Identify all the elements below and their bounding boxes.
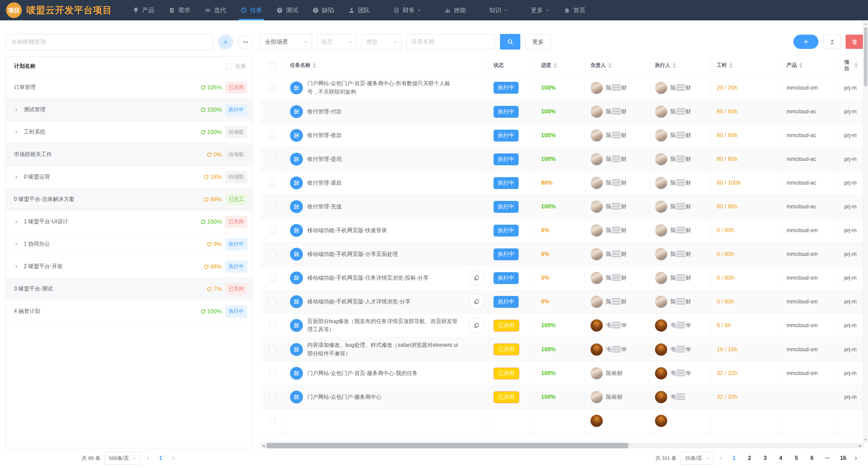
export-button[interactable] [823,35,841,49]
nav-item-performance[interactable]: 效能 [437,0,473,20]
task-row[interactable]: 门户网站-众包门户-首页-服务商中心-所有数据只关联个人账号，不关联组织架构 执… [261,76,863,100]
expand-chevron-icon[interactable] [14,220,18,224]
sort-icon[interactable] [608,63,612,68]
plan-row[interactable]: 2 唛盟平台-开发 68% 执行中 [6,256,253,278]
scroll-right-icon[interactable]: ▸ [857,443,863,448]
task-row[interactable]: 内容添加修改、bug处理、样式修改（safari浏览器对element ui部分… [261,338,863,362]
prev-page-icon[interactable]: ‹ [718,454,724,462]
next-page-icon[interactable]: › [853,454,859,462]
plan-row[interactable]: 1 唛盟平台-UI设计 100% 已关闭 [6,211,253,233]
task-row[interactable]: 移动端功能-手机网页版-任务详情页浏览-投标-分享 执行中 0% 陈财 [261,266,863,290]
nav-item-finance[interactable]: 财务 [386,0,428,20]
sort-icon[interactable] [313,63,316,68]
status-select[interactable]: 状态 [317,34,357,50]
row-checkbox[interactable] [269,275,275,281]
sort-icon[interactable] [799,63,803,68]
col-product[interactable]: 产品 [781,55,838,76]
plan-row[interactable]: 工时系统 100% 待领取 [6,121,253,144]
col-task-name[interactable]: 任务名称 [284,55,488,76]
copy-task-button[interactable] [469,294,484,310]
task-row[interactable]: 门户网站-众包门户-首页-服务商中心-我的任务 已关闭 100% 陈裕财 [261,362,863,386]
nav-item-requirements[interactable]: 需求 [161,0,197,20]
col-hours[interactable]: 工时 [711,55,781,76]
expand-chevron-icon[interactable] [14,175,18,179]
col-progress[interactable]: 进度 [535,55,585,76]
task-row[interactable]: 收付管理-提现 执行中 100% 陈财 [261,148,863,171]
nav-item-defects[interactable]: ? 缺陷 [305,0,341,20]
nav-item-knowledge[interactable]: 知识 [482,0,515,20]
task-row[interactable]: 移动端功能-手机网页版-分享页面处理 执行中 0% 陈财 [261,243,863,266]
sort-icon[interactable] [854,63,858,68]
nav-item-home[interactable]: 首页 [557,0,593,20]
batch-toggle[interactable]: 批量 [226,63,246,70]
horizontal-scrollbar[interactable]: ◂ ▸ [261,443,863,448]
nav-item-product[interactable]: 产品 [126,0,161,20]
sort-icon[interactable] [729,63,733,68]
task-name-input[interactable] [406,34,495,50]
scene-select[interactable]: 全部场景 [261,34,312,50]
plan-row[interactable]: 订单管理 105% 已关闭 [6,76,253,99]
row-checkbox[interactable] [269,109,275,115]
nav-item-tasks[interactable]: 任务 [233,0,269,20]
more-filters-button[interactable]: 更多 [525,34,551,50]
type-select[interactable]: 类型 [362,34,402,50]
vertical-scrollbar[interactable]: ▲ ▼ [863,20,868,443]
row-checkbox[interactable] [269,132,275,138]
plan-more-button[interactable] [238,35,253,50]
expand-chevron-icon[interactable] [14,108,18,112]
copy-task-button[interactable] [469,270,484,286]
page-number[interactable]: 5 [791,455,802,461]
search-button[interactable] [500,34,520,50]
plan-current-page[interactable]: 1 [155,455,166,461]
scroll-left-icon[interactable]: ◂ [261,443,267,448]
nav-item-more[interactable]: 更多 [524,0,557,20]
task-row[interactable]: 收付管理-付款 执行中 100% 陈财 [261,100,863,124]
plan-row[interactable]: 市场部相关工作 0% 待领取 [6,144,253,166]
plan-row[interactable]: 0 唛盟平台-总体解决方案 88% 已完工 [6,188,253,211]
row-checkbox[interactable] [269,299,275,305]
row-checkbox[interactable] [269,85,275,91]
select-all-checkbox[interactable] [269,62,275,69]
plan-row[interactable]: 0 唛盟运营 18% 待领取 [6,166,253,188]
task-row[interactable]: 移动端功能-手机网页版-人才详情浏览-分享 执行中 0% 陈财 [261,290,863,314]
sort-icon[interactable] [554,63,557,68]
copy-task-button[interactable] [469,318,484,333]
plan-row[interactable]: 4 融资计划 100% 执行中 [6,300,253,323]
expand-chevron-icon[interactable] [14,242,18,246]
page-number[interactable]: ··· [822,455,833,461]
page-number[interactable]: 2 [744,455,755,461]
task-row[interactable]: 收付管理-充值 执行中 100% 陈财 [261,195,863,219]
col-executor[interactable]: 执行人 [649,55,711,76]
page-number[interactable]: 4 [775,455,786,461]
plan-row[interactable]: 1 协同办公 9% 执行中 [6,233,253,256]
row-checkbox[interactable] [269,347,275,353]
row-checkbox[interactable] [269,322,275,329]
row-checkbox[interactable] [269,418,275,424]
page-number[interactable]: 1 [729,455,739,461]
delete-button[interactable] [846,35,863,49]
scroll-up-icon[interactable]: ▲ [863,21,868,26]
plan-page-size-select[interactable]: 500条/页 [104,452,140,465]
plan-search-input[interactable] [5,34,213,50]
add-plan-button[interactable] [218,35,233,50]
add-task-button[interactable] [793,35,818,49]
row-checkbox[interactable] [269,370,275,376]
col-owner[interactable]: 负责人 [585,55,649,76]
page-size-select[interactable]: 20条/页 [680,452,714,465]
task-row[interactable]: 移动端功能-手机网页版-快速登录 执行中 0% 陈财 [261,219,863,243]
task-row[interactable] [261,409,863,433]
row-checkbox[interactable] [269,394,275,400]
row-checkbox[interactable] [269,180,275,186]
page-number[interactable]: 16 [838,455,849,461]
prev-page-icon[interactable]: ‹ [144,454,151,462]
scroll-down-icon[interactable]: ▼ [863,437,868,442]
nav-item-iteration[interactable]: 迭代 [197,0,233,20]
row-checkbox[interactable] [269,156,275,162]
row-checkbox[interactable] [269,251,275,257]
row-checkbox[interactable] [269,227,275,233]
task-row[interactable]: 页面部分bug修改（我发布的任务详情页顶部导航、首页研发管理工具等） 已关闭 1… [261,314,863,338]
col-project[interactable]: 项目 [838,55,863,76]
plan-row[interactable]: 测试管理 100% 执行中 [6,99,253,121]
v-scroll-thumb[interactable] [864,27,867,87]
nav-item-team[interactable]: 团队 [341,0,377,20]
